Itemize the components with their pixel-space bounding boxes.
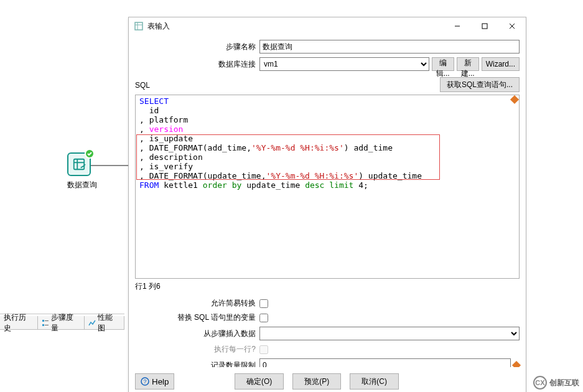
variable-indicator-icon [512, 361, 521, 367]
exec-each-row-checkbox [259, 345, 268, 354]
step-name-label: 步骤名称 [135, 42, 259, 52]
watermark-icon: CX [533, 376, 547, 390]
ok-button[interactable]: 确定(O) [235, 373, 284, 390]
limit-input[interactable] [259, 358, 511, 367]
list-icon [42, 319, 49, 327]
preview-button[interactable]: 预览(P) [292, 373, 341, 390]
svg-rect-3 [45, 324, 49, 325]
window-title: 表输入 [147, 21, 444, 32]
new-button[interactable]: 新建... [457, 57, 479, 71]
svg-rect-0 [42, 320, 44, 322]
svg-rect-4 [74, 159, 85, 170]
get-sql-button[interactable]: 获取SQL查询语句... [440, 77, 520, 92]
minimize-button[interactable] [444, 17, 471, 35]
svg-rect-8 [135, 22, 142, 30]
wizard-button[interactable]: Wizard... [482, 57, 520, 71]
tab-perf[interactable]: 性能图 [84, 316, 124, 330]
sql-editor[interactable]: SELECT id , platform , version , is_upda… [135, 95, 520, 279]
tab-history[interactable]: 执行历史 [0, 316, 38, 330]
step-node-label: 数据查询 [67, 180, 97, 190]
replace-vars-checkbox[interactable] [259, 314, 268, 322]
bottom-tabs: 执行历史 步骤度量 性能图 [0, 314, 124, 330]
limit-label: 记录数量限制 [135, 360, 259, 368]
dialog: 表输入 步骤名称 数据库连接 vm1 编辑... 新建... Wizard... [128, 17, 526, 392]
step-name-input[interactable] [259, 40, 520, 54]
svg-rect-1 [42, 324, 44, 325]
help-button[interactable]: ? Help [135, 373, 174, 390]
replace-vars-label: 替换 SQL 语句里的变量 [135, 312, 259, 323]
db-connection-select[interactable]: vm1 [259, 57, 429, 71]
tab-metrics[interactable]: 步骤度量 [37, 316, 85, 330]
allow-lazy-checkbox[interactable] [259, 299, 268, 308]
chart-icon [88, 319, 96, 327]
edit-button[interactable]: 编辑... [432, 57, 454, 71]
help-icon: ? [141, 377, 149, 386]
tab-metrics-label: 步骤度量 [51, 312, 81, 334]
db-connection-label: 数据库连接 [135, 59, 259, 70]
step-node[interactable]: 数据查询 [67, 152, 97, 190]
check-icon [85, 149, 95, 159]
svg-rect-2 [45, 320, 49, 321]
close-button[interactable] [498, 17, 526, 35]
maximize-button[interactable] [471, 17, 498, 35]
table-input-icon [67, 152, 91, 176]
sql-label: SQL [135, 81, 150, 90]
allow-lazy-label: 允许简易转换 [135, 298, 259, 309]
cancel-button[interactable]: 取消(C) [350, 373, 399, 390]
cursor-status: 行1 列6 [135, 281, 520, 292]
tab-history-label: 执行历史 [4, 312, 34, 334]
exec-each-row-label: 执行每一行? [135, 344, 259, 355]
insert-from-step-select[interactable] [259, 327, 520, 340]
watermark-label: 创新互联 [549, 378, 579, 388]
insert-from-step-label: 从步骤插入数据 [135, 329, 259, 339]
svg-text:?: ? [143, 378, 146, 385]
tab-perf-label: 性能图 [98, 312, 120, 334]
table-icon [134, 21, 144, 31]
watermark: CX 创新互联 [533, 376, 579, 390]
help-label: Help [152, 377, 169, 386]
svg-rect-12 [482, 24, 487, 29]
titlebar[interactable]: 表输入 [129, 17, 526, 35]
